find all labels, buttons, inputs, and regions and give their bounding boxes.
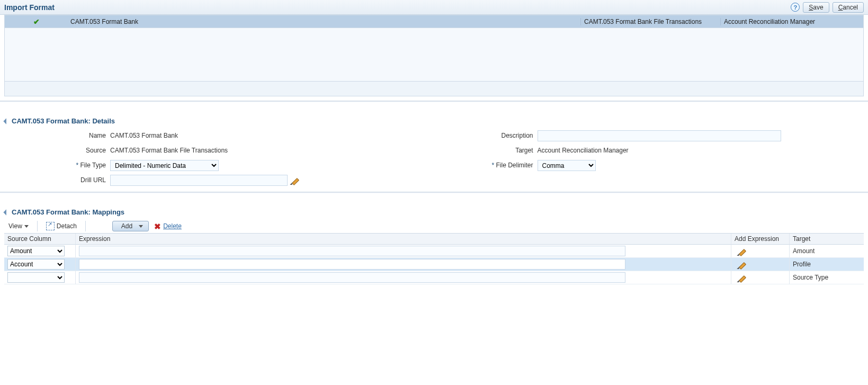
header-actions: ? Save Cancel <box>791 2 864 13</box>
row-target: Account Reconciliation Manager <box>720 18 863 25</box>
details-header: CAMT.053 Format Bank: Details <box>4 117 864 125</box>
caret-down-icon <box>139 225 143 228</box>
details-col-right: Description Target Account Reconciliatio… <box>434 128 864 187</box>
description-input[interactable] <box>538 130 781 141</box>
source-column-select[interactable]: Amount <box>7 246 65 256</box>
pencil-icon[interactable] <box>291 176 299 184</box>
format-list-row[interactable]: ✔ CAMT.053 Format Bank CAMT.053 Format B… <box>5 15 863 28</box>
table-row[interactable]: Amount Amount <box>4 245 864 258</box>
row-status-cell: ✔ <box>5 17 68 26</box>
mappings-header: CAMT.053 Format Bank: Mappings <box>4 208 864 216</box>
label-name: Name <box>4 132 110 139</box>
toolbar-separator <box>85 221 86 231</box>
label-file-delimiter: File Delimiter <box>434 162 538 169</box>
page-header: Import Format ? Save Cancel <box>0 0 868 15</box>
label-description: Description <box>434 132 538 139</box>
source-column-select[interactable] <box>7 272 65 283</box>
label-file-type: File Type <box>4 162 110 169</box>
mappings-table-head: Source Column Expression Add Expression … <box>4 234 864 245</box>
expression-input[interactable] <box>79 246 625 256</box>
detach-button[interactable]: Detach <box>43 221 80 231</box>
row-source: CAMT.053 Format Bank File Transactions <box>580 18 720 25</box>
page-title: Import Format <box>4 3 55 12</box>
detach-icon <box>46 222 55 230</box>
value-target: Account Reconciliation Manager <box>538 147 629 154</box>
drill-url-input[interactable] <box>110 175 288 186</box>
value-name: CAMT.053 Format Bank <box>110 132 178 139</box>
label-source: Source <box>4 147 110 154</box>
disclose-icon[interactable] <box>3 118 9 124</box>
help-icon[interactable]: ? <box>791 3 800 12</box>
table-row[interactable]: Account Profile <box>4 258 864 271</box>
target-cell: Amount <box>790 245 864 258</box>
format-list-footer <box>5 81 863 96</box>
toolbar-separator <box>37 221 38 231</box>
col-target: Target <box>790 234 864 245</box>
delete-x-icon: ✖ <box>154 222 161 230</box>
details-title: CAMT.053 Format Bank: Details <box>12 117 115 125</box>
checkmark-icon: ✔ <box>33 17 40 26</box>
col-add-expression: Add Expression <box>731 234 790 245</box>
format-list-panel: ✔ CAMT.053 Format Bank CAMT.053 Format B… <box>4 15 864 96</box>
format-list-blank <box>5 28 863 81</box>
details-col-left: Name CAMT.053 Format Bank Source CAMT.05… <box>4 128 434 187</box>
expression-input[interactable] <box>79 272 625 283</box>
disclose-icon[interactable] <box>3 209 9 215</box>
delete-button[interactable]: ✖ Delete <box>154 222 182 230</box>
caret-down-icon <box>24 225 29 228</box>
divider <box>0 101 868 102</box>
target-cell: Source Type <box>790 271 864 284</box>
mappings-toolbar: View Detach Add ✖ Delete <box>4 219 864 233</box>
details-section: CAMT.053 Format Bank: Details Name CAMT.… <box>4 117 864 187</box>
divider <box>0 192 868 193</box>
expression-input[interactable] <box>79 259 625 270</box>
mappings-title: CAMT.053 Format Bank: Mappings <box>12 208 124 216</box>
col-source-column: Source Column <box>4 234 76 245</box>
pencil-icon[interactable] <box>738 247 746 255</box>
add-button[interactable]: Add <box>112 221 149 231</box>
view-menu[interactable]: View <box>5 221 32 231</box>
row-name: CAMT.053 Format Bank <box>68 18 580 25</box>
mappings-section: CAMT.053 Format Bank: Mappings View Deta… <box>4 208 864 284</box>
target-cell: Profile <box>790 258 864 271</box>
value-source: CAMT.053 Format Bank File Transactions <box>110 147 228 154</box>
mappings-table: Source Column Expression Add Expression … <box>4 233 864 284</box>
col-expression: Expression <box>76 234 731 245</box>
pencil-icon[interactable] <box>738 273 746 282</box>
file-delimiter-select[interactable]: Comma <box>538 160 596 171</box>
label-drill-url: Drill URL <box>4 176 110 184</box>
file-type-select[interactable]: Delimited - Numeric Data <box>110 160 219 171</box>
cancel-button[interactable]: Cancel <box>833 2 864 13</box>
pencil-icon[interactable] <box>738 260 746 268</box>
label-target: Target <box>434 147 538 154</box>
save-button[interactable]: Save <box>803 2 829 13</box>
table-row[interactable]: Source Type <box>4 271 864 284</box>
details-form: Name CAMT.053 Format Bank Source CAMT.05… <box>4 128 864 187</box>
source-column-select[interactable]: Account <box>7 259 65 270</box>
